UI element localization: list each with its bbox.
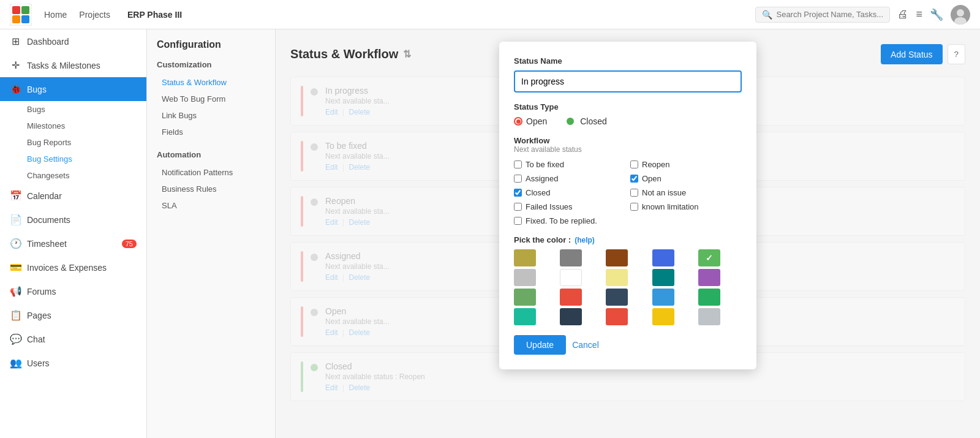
status-type-row: Open Closed	[514, 116, 742, 126]
color-swatch-purple[interactable]	[698, 269, 720, 286]
color-swatch-khaki[interactable]	[606, 269, 628, 286]
closed-label: Closed	[580, 116, 607, 126]
sidebar-item-pages[interactable]: 📋 Pages	[0, 303, 146, 327]
config-panel: Configuration Customization Status & Wor…	[147, 29, 276, 438]
color-swatch-emerald[interactable]	[698, 289, 720, 306]
checkbox-known-limitation[interactable]: known limitation	[630, 202, 742, 211]
color-swatch-green-selected[interactable]	[698, 249, 720, 266]
cb-assigned[interactable]	[514, 175, 522, 183]
status-name-input[interactable]	[514, 70, 742, 93]
config-link-fields[interactable]: Fields	[157, 124, 265, 140]
status-type-closed[interactable]: Closed	[567, 116, 607, 126]
svg-rect-4	[21, 15, 29, 23]
checkbox-closed[interactable]: Closed	[514, 188, 625, 197]
app-logo	[10, 4, 32, 26]
checkbox-open[interactable]: Open	[630, 174, 742, 183]
color-section: Pick the color : (help)	[514, 235, 742, 325]
checkbox-not-an-issue[interactable]: Not an issue	[630, 188, 742, 197]
color-help-link[interactable]: (help)	[575, 236, 595, 244]
sidebar-item-bugs[interactable]: 🐞 Bugs	[0, 77, 146, 101]
top-nav: Home Projects ERP Phase III 🔍 🖨 ≡ 🔧	[0, 0, 980, 29]
checkbox-to-be-fixed[interactable]: To be fixed	[514, 160, 625, 169]
timesheet-icon: 🕐	[10, 238, 21, 249]
config-link-web-to-bug[interactable]: Web To Bug Form	[157, 91, 265, 107]
cb-not-an-issue[interactable]	[630, 189, 638, 197]
cb-fixed-replied[interactable]	[514, 217, 522, 225]
search-input[interactable]	[776, 10, 883, 19]
sidebar-item-forums[interactable]: 📢 Forums	[0, 279, 146, 303]
cb-reopen[interactable]	[630, 160, 638, 168]
sidebar-item-label: Bugs	[27, 85, 47, 94]
color-swatch-navy[interactable]	[560, 308, 582, 325]
project-name: ERP Phase III	[127, 10, 182, 20]
sidebar-item-dashboard[interactable]: ⊞ Dashboard	[0, 29, 146, 53]
color-swatch-red[interactable]	[560, 289, 582, 306]
sidebar-item-users[interactable]: 👥 Users	[0, 351, 146, 375]
config-link-status-workflow[interactable]: Status & Workflow	[157, 74, 265, 91]
update-button[interactable]: Update	[514, 335, 566, 355]
color-swatch-brown[interactable]	[606, 249, 628, 266]
checkbox-reopen[interactable]: Reopen	[630, 160, 742, 169]
cb-failed-issues[interactable]	[514, 203, 522, 211]
color-swatch-tan[interactable]	[514, 249, 536, 266]
config-link-sla[interactable]: SLA	[157, 197, 265, 214]
status-name-label: Status Name	[514, 56, 742, 66]
cb-closed[interactable]	[514, 189, 522, 197]
sidebar-sub-bugs-list[interactable]: Bugs	[0, 101, 146, 118]
workflow-label: Workflow	[514, 136, 742, 145]
sidebar-item-calendar[interactable]: 📅 Calendar	[0, 184, 146, 208]
svg-rect-2	[21, 6, 29, 14]
cb-label: Reopen	[642, 160, 670, 169]
config-link-link-bugs[interactable]: Link Bugs	[157, 107, 265, 124]
sidebar-item-tasks[interactable]: ✛ Tasks & Milestones	[0, 53, 146, 77]
avatar[interactable]	[951, 5, 970, 25]
checkbox-failed-issues[interactable]: Failed Issues	[514, 202, 625, 211]
color-swatch-yellow[interactable]	[652, 308, 674, 325]
status-type-section: Status Type Open Closed	[514, 102, 742, 126]
status-type-label: Status Type	[514, 102, 742, 111]
sidebar-item-timesheet[interactable]: 🕐 Timesheet 75	[0, 232, 146, 255]
config-title: Configuration	[157, 39, 265, 50]
nav-home[interactable]: Home	[44, 10, 67, 20]
sidebar-sub-bug-settings[interactable]: Bug Settings	[0, 151, 146, 167]
cb-label: Assigned	[526, 174, 558, 183]
checkbox-fixed-replied[interactable]: Fixed. To be replied.	[514, 216, 625, 225]
print-icon[interactable]: 🖨	[897, 8, 908, 21]
sidebar-item-label: Calendar	[27, 191, 62, 201]
search-bar[interactable]: 🔍	[755, 7, 890, 23]
color-swatch-silver[interactable]	[514, 269, 536, 286]
checkbox-assigned[interactable]: Assigned	[514, 174, 625, 183]
users-icon: 👥	[10, 357, 21, 369]
color-swatch-turquoise[interactable]	[514, 308, 536, 325]
color-swatch-gray[interactable]	[560, 249, 582, 266]
color-swatch-crimson[interactable]	[606, 308, 628, 325]
color-swatch-light-green[interactable]	[514, 289, 536, 306]
config-link-notification-patterns[interactable]: Notification Patterns	[157, 164, 265, 181]
open-label: Open	[526, 116, 547, 126]
cb-open[interactable]	[630, 175, 638, 183]
edit-status-modal: Status Name Status Type Open Closed	[499, 42, 756, 369]
sidebar-sub-milestones[interactable]: Milestones	[0, 118, 146, 134]
sidebar-item-documents[interactable]: 📄 Documents	[0, 208, 146, 232]
color-swatch-sky-blue[interactable]	[652, 289, 674, 306]
color-swatch-light-gray[interactable]	[698, 308, 720, 325]
status-type-open[interactable]: Open	[514, 116, 547, 126]
color-swatch-dark-blue[interactable]	[606, 289, 628, 306]
color-swatch-white[interactable]	[560, 269, 582, 286]
sidebar-sub-changesets[interactable]: Changesets	[0, 167, 146, 184]
cb-to-be-fixed[interactable]	[514, 160, 522, 168]
sidebar-item-invoices[interactable]: 💳 Invoices & Expenses	[0, 255, 146, 279]
config-link-business-rules[interactable]: Business Rules	[157, 181, 265, 197]
nav-projects[interactable]: Projects	[79, 10, 110, 20]
color-grid	[514, 249, 742, 325]
sidebar-sub-bug-reports[interactable]: Bug Reports	[0, 134, 146, 151]
list-icon[interactable]: ≡	[916, 8, 922, 21]
cancel-button[interactable]: Cancel	[572, 340, 599, 350]
cb-known-limitation[interactable]	[630, 203, 638, 211]
sidebar-item-label: Invoices & Expenses	[27, 263, 107, 273]
settings-icon[interactable]: 🔧	[930, 8, 943, 21]
sidebar-item-chat[interactable]: 💬 Chat	[0, 327, 146, 351]
color-swatch-blue[interactable]	[652, 249, 674, 266]
top-nav-right: 🔍 🖨 ≡ 🔧	[755, 5, 970, 25]
color-swatch-teal[interactable]	[652, 269, 674, 286]
